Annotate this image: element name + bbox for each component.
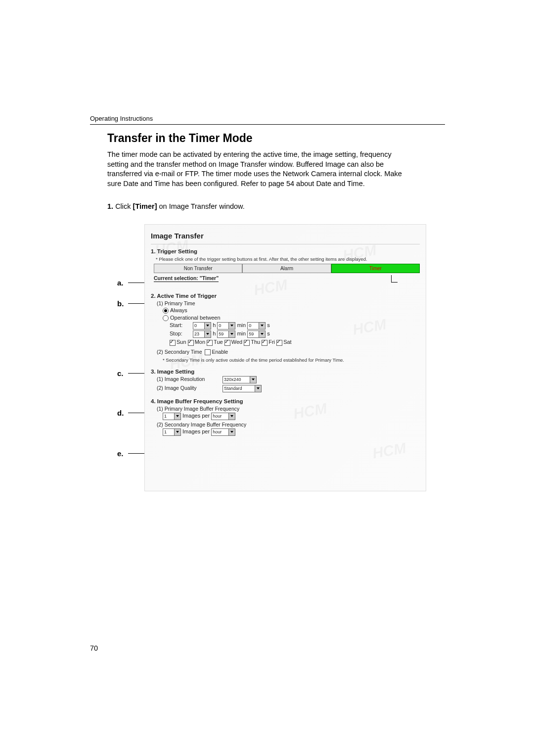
chk-enable-secondary[interactable]: [205, 349, 211, 355]
step-text-post: on Image Transfer window.: [157, 202, 244, 210]
intro-paragraph: The timer mode can be activated by enter…: [107, 150, 409, 189]
freq-p-n-dd[interactable]: [175, 413, 181, 420]
label-enable: Enable: [212, 349, 228, 355]
freq-p-unit[interactable]: hour: [211, 413, 229, 420]
chk-wed[interactable]: [224, 340, 230, 346]
freq-secondary-row: 1 Images per hour: [163, 428, 420, 436]
callout-b: b.: [117, 299, 124, 308]
sect-2-1: (1) Primary Time: [157, 300, 420, 306]
sect-1-note: * Please click one of the trigger settin…: [156, 256, 420, 262]
lbl-thu: Thu: [251, 339, 260, 345]
freq-p-text: Images per: [182, 413, 210, 419]
lbl-fri: Fri: [268, 339, 275, 345]
unit-s2: s: [267, 331, 270, 336]
radio-always[interactable]: [163, 308, 169, 314]
start-m-dd[interactable]: [229, 322, 235, 330]
label-always: Always: [170, 307, 187, 313]
label-operational: Operational between: [170, 315, 221, 321]
step-number: 1.: [107, 202, 113, 210]
sect-3-1-row: (1) Image Resolution 320x240: [157, 376, 420, 383]
lbl-tue: Tue: [214, 339, 223, 345]
start-h-dd[interactable]: [205, 322, 211, 330]
current-selection: Current selection: "Timer": [154, 275, 219, 282]
stop-s-dd[interactable]: [259, 331, 266, 338]
freq-s-unit-dd[interactable]: [229, 428, 235, 436]
sect-3-head: 3. Image Setting: [151, 369, 420, 375]
callout-e: e.: [117, 449, 124, 458]
running-header: Operating Instructions: [90, 115, 445, 122]
lbl-wed: Wed: [231, 339, 242, 345]
stop-row: Stop: 23 h 59 min 59 s: [170, 331, 420, 338]
sect-4-1: (1) Primary Image Buffer Frequency: [157, 406, 420, 412]
sect-3-1: (1) Image Resolution: [157, 376, 221, 382]
stop-s[interactable]: 59: [247, 331, 259, 338]
unit-h1: h: [213, 322, 216, 328]
sect-1-head: 1. Trigger Setting: [151, 248, 420, 254]
sect-2-2-note: * Secondary Time is only active outside …: [163, 357, 420, 363]
callout-c: c.: [117, 369, 124, 378]
radio-operational[interactable]: [163, 315, 169, 321]
quality-dd[interactable]: [255, 385, 262, 392]
sect-2-2: (2) Secondary Time: [157, 349, 202, 355]
freq-primary-row: 1 Images per hour: [163, 413, 420, 420]
callout-d: d.: [117, 409, 124, 417]
chk-sat[interactable]: [276, 340, 282, 346]
callout-a: a.: [117, 279, 124, 287]
stop-h[interactable]: 23: [193, 331, 205, 338]
lbl-sun: Sun: [177, 339, 186, 345]
chk-thu[interactable]: [244, 340, 250, 346]
shot-hr: [151, 244, 420, 244]
trigger-buttons: Non Transfer Alarm Timer: [154, 264, 420, 273]
unit-h2: h: [213, 331, 216, 336]
label-stop: Stop:: [170, 331, 191, 336]
start-s-dd[interactable]: [259, 322, 266, 330]
chk-mon[interactable]: [188, 340, 194, 346]
quality-select[interactable]: Standard: [222, 385, 255, 392]
start-s[interactable]: 0: [247, 322, 259, 330]
start-row: Start: 0 h 0 min 0 s: [170, 322, 420, 330]
freq-p-n[interactable]: 1: [163, 413, 175, 420]
timer-connector: [391, 275, 398, 283]
freq-s-n[interactable]: 1: [163, 428, 175, 436]
stop-m[interactable]: 59: [217, 331, 229, 338]
chk-tue[interactable]: [207, 340, 213, 346]
header-rule: [90, 124, 445, 125]
step-bold: [Timer]: [133, 202, 157, 210]
freq-p-unit-dd[interactable]: [229, 413, 235, 420]
unit-min2: min: [237, 331, 246, 336]
btn-non-transfer[interactable]: Non Transfer: [154, 264, 242, 273]
shot-title: Image Transfer: [151, 232, 420, 240]
unit-min1: min: [237, 322, 246, 328]
figure: a. b. c. d. e. HCM HCM HCM HCM HCM HCM H…: [117, 224, 439, 496]
freq-s-unit[interactable]: hour: [211, 428, 229, 436]
section-title: Transfer in the Timer Mode: [107, 132, 445, 145]
sect-3-2: (2) Image Quality: [157, 385, 221, 391]
opt-always-row: Always: [163, 307, 420, 314]
sect-4-head: 4. Image Buffer Frequency Setting: [151, 398, 420, 404]
btn-alarm[interactable]: Alarm: [242, 264, 331, 273]
chk-fri[interactable]: [262, 340, 267, 346]
label-start: Start:: [170, 322, 191, 328]
step-text-pre: Click: [115, 202, 133, 210]
days-row: Sun Mon Tue Wed Thu Fri Sat: [170, 339, 420, 345]
sect-2-2-row: (2) Secondary Time Enable: [157, 349, 420, 355]
stop-h-dd[interactable]: [205, 331, 211, 338]
page-number: 70: [90, 644, 98, 652]
step-1: 1. Click [Timer] on Image Transfer windo…: [107, 202, 445, 210]
screenshot-panel: HCM HCM HCM HCM HCM HCM HCM Image Transf…: [144, 224, 426, 491]
start-m[interactable]: 0: [217, 322, 229, 330]
resolution-select[interactable]: 320x240: [222, 376, 250, 383]
sect-2-head: 2. Active Time of Trigger: [151, 293, 420, 299]
stop-m-dd[interactable]: [229, 331, 235, 338]
opt-opbetween-row: Operational between: [163, 315, 420, 321]
freq-s-n-dd[interactable]: [175, 428, 181, 436]
start-h[interactable]: 0: [193, 322, 205, 330]
freq-s-text: Images per: [182, 428, 210, 434]
chk-sun[interactable]: [170, 340, 176, 346]
sect-3-2-row: (2) Image Quality Standard: [157, 385, 420, 392]
lbl-sat: Sat: [283, 339, 292, 345]
unit-s1: s: [267, 322, 270, 328]
lbl-mon: Mon: [195, 339, 205, 345]
btn-timer[interactable]: Timer: [331, 264, 420, 273]
resolution-dd[interactable]: [250, 376, 257, 383]
